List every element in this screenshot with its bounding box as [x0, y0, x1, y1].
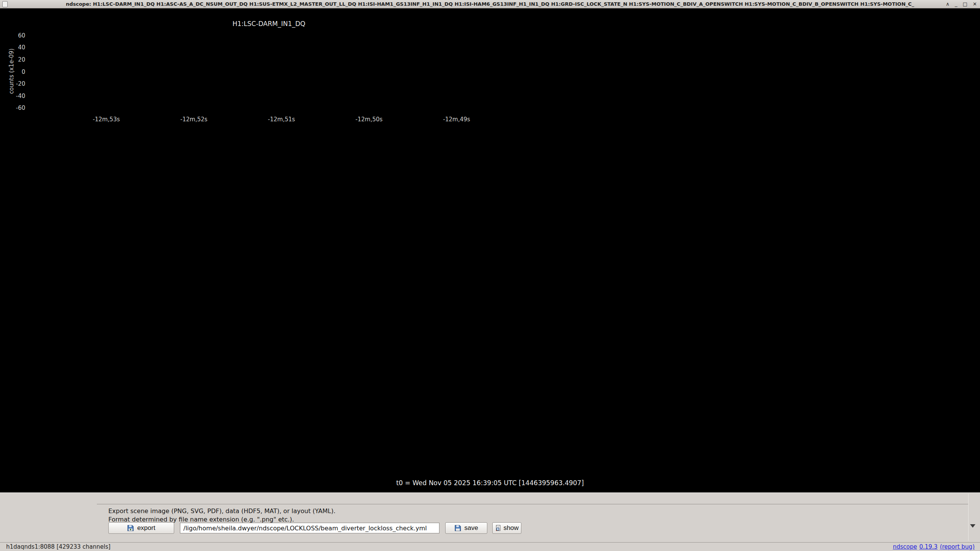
window-titlebar[interactable]: ndscope: H1:LSC-DARM_IN1_DQ H1:ASC-AS_A_…: [0, 0, 980, 8]
export-button[interactable]: export: [108, 522, 174, 534]
window-icon: [2, 1, 8, 7]
plot-lsc-darm: H1:LSC-DARM_IN1_DQcounts (x1e-09)6040200…: [28, 29, 510, 113]
panel-splitter[interactable]: [968, 494, 969, 541]
control-panel: Export scene image (PNG, SVG, PDF), data…: [0, 492, 980, 542]
y-tick-label: -40: [0, 93, 25, 99]
window-title: ndscope: H1:LSC-DARM_IN1_DQ H1:ASC-AS_A_…: [0, 1, 980, 7]
x-tick-label: -12m,49s: [443, 116, 470, 123]
close-icon[interactable]: ✕: [973, 0, 977, 8]
y-tick-label: -20: [0, 80, 25, 87]
plot-title: H1:LSC-DARM_IN1_DQ: [28, 20, 510, 28]
y-tick-label: 60: [0, 32, 25, 39]
save-button[interactable]: save: [445, 522, 487, 534]
maximize-icon[interactable]: □: [963, 0, 967, 8]
x-tick-label: -12m,51s: [268, 116, 295, 123]
ndscope-link[interactable]: ndscope: [893, 543, 917, 550]
export-path-input[interactable]: [180, 523, 439, 533]
x-tick-label: -12m,52s: [180, 116, 207, 123]
x-tick-label: -12m,50s: [356, 116, 383, 123]
tab-rule: [97, 504, 969, 504]
x-tick-label: -12m,53s: [93, 116, 120, 123]
version-link[interactable]: 0.19.3: [919, 543, 938, 550]
show-button[interactable]: show: [492, 522, 521, 534]
status-bar: h1daqnds1:8088 [429233 channels] ndscope…: [0, 542, 980, 551]
nds-server-status: h1daqnds1:8088 [429233 channels]: [6, 543, 111, 550]
chevron-down-icon[interactable]: [970, 524, 975, 528]
about-links: ndscope 0.19.3 (report bug): [893, 543, 975, 550]
y-tick-label: -60: [0, 104, 25, 111]
y-tick-label: 20: [0, 56, 25, 63]
ndscope-window: ndscope: H1:LSC-DARM_IN1_DQ H1:ASC-AS_A_…: [0, 0, 980, 551]
shade-window-icon[interactable]: ∧: [946, 0, 950, 8]
show-preview-icon: [495, 525, 502, 531]
t0-label: t0 = Wed Nov 05 2025 16:39:05 UTC [14463…: [0, 479, 980, 487]
y-tick-label: 0: [0, 68, 25, 75]
minimize-icon[interactable]: _: [955, 0, 957, 8]
y-tick-label: 40: [0, 44, 25, 51]
window-controls: ∧ _ □ ✕: [946, 0, 977, 8]
save-disk-icon: [454, 525, 461, 531]
export-disk-icon: [127, 525, 134, 531]
export-description-line1: Export scene image (PNG, SVG, PDF), data…: [108, 507, 335, 515]
report-bug-link[interactable]: (report bug): [940, 543, 975, 550]
